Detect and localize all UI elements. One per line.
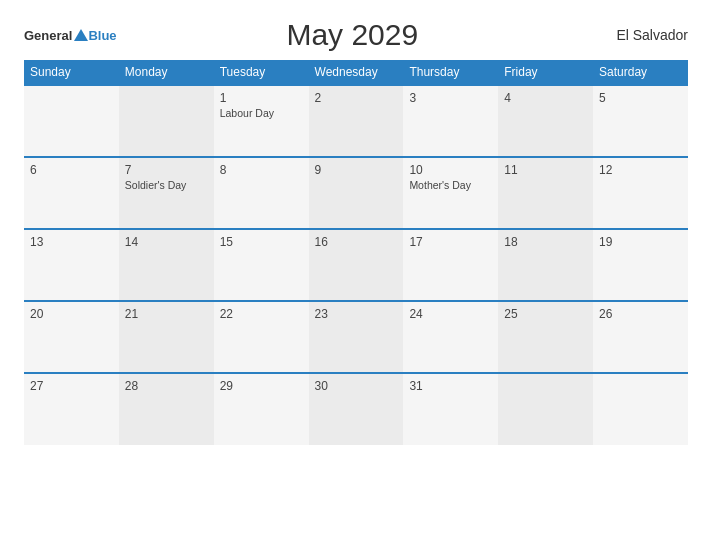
- table-row: 19: [593, 229, 688, 301]
- day-number: 13: [30, 235, 113, 249]
- col-thursday: Thursday: [403, 60, 498, 85]
- table-row: 13: [24, 229, 119, 301]
- day-number: 5: [599, 91, 682, 105]
- day-number: 27: [30, 379, 113, 393]
- day-number: 2: [315, 91, 398, 105]
- table-row: 4: [498, 85, 593, 157]
- day-number: 18: [504, 235, 587, 249]
- day-number: 29: [220, 379, 303, 393]
- logo-general-text: General: [24, 29, 72, 42]
- logo-triangle-icon: [74, 29, 88, 41]
- table-row: [498, 373, 593, 445]
- table-row: 27: [24, 373, 119, 445]
- table-row: 22: [214, 301, 309, 373]
- month-title: May 2029: [117, 18, 588, 52]
- day-number: 30: [315, 379, 398, 393]
- calendar-week-row: 20212223242526: [24, 301, 688, 373]
- page: General Blue May 2029 El Salvador Sunday…: [0, 0, 712, 550]
- table-row: 10Mother's Day: [403, 157, 498, 229]
- holiday-label: Soldier's Day: [125, 179, 208, 192]
- day-number: 11: [504, 163, 587, 177]
- table-row: 29: [214, 373, 309, 445]
- day-number: 17: [409, 235, 492, 249]
- table-row: [593, 373, 688, 445]
- holiday-label: Mother's Day: [409, 179, 492, 192]
- table-row: 2: [309, 85, 404, 157]
- table-row: 5: [593, 85, 688, 157]
- day-number: 3: [409, 91, 492, 105]
- calendar-week-row: 13141516171819: [24, 229, 688, 301]
- table-row: 14: [119, 229, 214, 301]
- holiday-label: Labour Day: [220, 107, 303, 120]
- day-number: 20: [30, 307, 113, 321]
- day-number: 8: [220, 163, 303, 177]
- table-row: 9: [309, 157, 404, 229]
- day-number: 26: [599, 307, 682, 321]
- day-number: 25: [504, 307, 587, 321]
- table-row: 20: [24, 301, 119, 373]
- table-row: 24: [403, 301, 498, 373]
- col-wednesday: Wednesday: [309, 60, 404, 85]
- col-saturday: Saturday: [593, 60, 688, 85]
- table-row: 23: [309, 301, 404, 373]
- calendar-table: Sunday Monday Tuesday Wednesday Thursday…: [24, 60, 688, 445]
- col-friday: Friday: [498, 60, 593, 85]
- day-number: 14: [125, 235, 208, 249]
- table-row: 11: [498, 157, 593, 229]
- day-number: 12: [599, 163, 682, 177]
- col-tuesday: Tuesday: [214, 60, 309, 85]
- day-number: 28: [125, 379, 208, 393]
- day-number: 15: [220, 235, 303, 249]
- calendar-header-row: Sunday Monday Tuesday Wednesday Thursday…: [24, 60, 688, 85]
- day-number: 7: [125, 163, 208, 177]
- day-number: 24: [409, 307, 492, 321]
- table-row: 25: [498, 301, 593, 373]
- table-row: 7Soldier's Day: [119, 157, 214, 229]
- day-number: 23: [315, 307, 398, 321]
- table-row: 8: [214, 157, 309, 229]
- day-number: 1: [220, 91, 303, 105]
- table-row: 1Labour Day: [214, 85, 309, 157]
- logo-blue-text: Blue: [88, 29, 116, 42]
- header: General Blue May 2029 El Salvador: [24, 18, 688, 52]
- table-row: 12: [593, 157, 688, 229]
- table-row: 6: [24, 157, 119, 229]
- day-number: 4: [504, 91, 587, 105]
- table-row: 30: [309, 373, 404, 445]
- day-number: 21: [125, 307, 208, 321]
- table-row: [119, 85, 214, 157]
- table-row: 21: [119, 301, 214, 373]
- day-number: 9: [315, 163, 398, 177]
- table-row: 17: [403, 229, 498, 301]
- day-number: 31: [409, 379, 492, 393]
- col-sunday: Sunday: [24, 60, 119, 85]
- table-row: 18: [498, 229, 593, 301]
- table-row: 26: [593, 301, 688, 373]
- table-row: 31: [403, 373, 498, 445]
- calendar-week-row: 2728293031: [24, 373, 688, 445]
- table-row: 15: [214, 229, 309, 301]
- col-monday: Monday: [119, 60, 214, 85]
- day-number: 16: [315, 235, 398, 249]
- table-row: 28: [119, 373, 214, 445]
- table-row: 16: [309, 229, 404, 301]
- table-row: [24, 85, 119, 157]
- day-number: 19: [599, 235, 682, 249]
- day-number: 22: [220, 307, 303, 321]
- day-number: 10: [409, 163, 492, 177]
- table-row: 3: [403, 85, 498, 157]
- day-number: 6: [30, 163, 113, 177]
- country-label: El Salvador: [588, 27, 688, 43]
- calendar-week-row: 1Labour Day2345: [24, 85, 688, 157]
- logo: General Blue: [24, 29, 117, 42]
- calendar-week-row: 67Soldier's Day8910Mother's Day1112: [24, 157, 688, 229]
